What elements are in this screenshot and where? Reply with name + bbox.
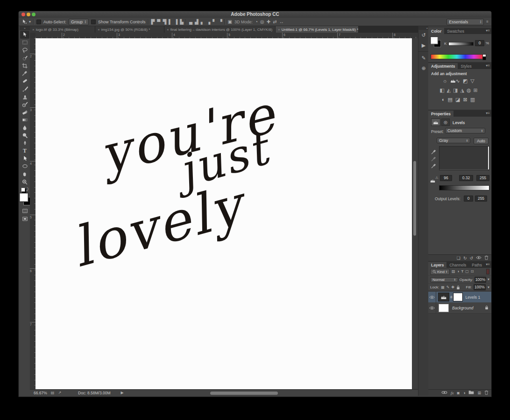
levels-badge-icon[interactable]: [431, 119, 440, 126]
layer-thumbnail[interactable]: [439, 304, 449, 312]
layer-filter-toggle[interactable]: [486, 269, 489, 274]
clip-to-layer-icon[interactable]: ❏: [457, 256, 460, 260]
panel-menu-icon[interactable]: ▾≡: [486, 63, 491, 69]
show-transform-controls-checkbox[interactable]: [91, 20, 96, 24]
3d-pan-icon[interactable]: ✚: [267, 20, 270, 24]
layer-row-background[interactable]: Background: [428, 302, 491, 314]
layer-mask-thumbnail[interactable]: [453, 293, 463, 301]
link-layers-icon[interactable]: [441, 391, 447, 395]
invert-icon[interactable]: ◐: [442, 97, 448, 102]
auto-select-checkbox[interactable]: [36, 20, 41, 24]
spectrum-black-swatch[interactable]: [482, 56, 486, 60]
distribute-horizontal-centers-icon[interactable]: ▘: [212, 20, 216, 24]
tool-dodge[interactable]: [20, 132, 29, 140]
document-tab-active[interactable]: × Untitled-1 @ 66.7% (Levels 1, Layer Ma…: [276, 26, 359, 33]
document-tab[interactable]: × logo.tif @ 33.3% (Bitmap): [30, 26, 95, 33]
clone-source-panel-icon[interactable]: ⊕: [418, 63, 429, 73]
tool-move[interactable]: [20, 31, 29, 39]
layer-name[interactable]: Background: [452, 306, 473, 310]
lock-all-icon[interactable]: [456, 283, 460, 292]
distribute-bottom-edges-icon[interactable]: ▖: [201, 20, 205, 24]
tab-styles[interactable]: Styles: [458, 63, 474, 69]
zoom-level-field[interactable]: 66.67%: [34, 391, 47, 395]
filter-smart-objects-icon[interactable]: ⊡: [471, 270, 474, 273]
foreground-color-swatch[interactable]: [431, 37, 438, 44]
fill-field[interactable]: 100%: [474, 284, 486, 290]
lock-transparency-icon[interactable]: ▦: [441, 286, 445, 289]
tool-horizontal-type[interactable]: T: [20, 147, 29, 155]
fill-caret-icon[interactable]: ▾: [488, 286, 489, 289]
align-vertical-centers-icon[interactable]: ▀: [157, 20, 160, 24]
layer-row-levels-1[interactable]: 8 Levels 1: [428, 292, 491, 303]
layer-mask-badge-icon[interactable]: ◎: [441, 119, 450, 126]
distribute-top-edges-icon[interactable]: ▄: [189, 20, 192, 24]
auto-button[interactable]: Auto: [474, 138, 489, 144]
tool-hand[interactable]: [20, 170, 29, 178]
3d-slide-icon[interactable]: ⇄: [273, 20, 276, 24]
filter-adjustment-layers-icon[interactable]: ◑: [457, 270, 460, 273]
tool-eyedropper[interactable]: [20, 70, 29, 77]
history-panel-icon[interactable]: ↺: [418, 30, 429, 40]
align-horizontal-centers-icon[interactable]: ▐: [174, 20, 177, 24]
status-grid-icon[interactable]: ▤: [51, 391, 55, 395]
exposure-icon[interactable]: ◩: [463, 78, 470, 84]
posterize-icon[interactable]: ▤: [448, 97, 455, 102]
blend-mode-dropdown[interactable]: Normal ▲▼: [430, 277, 458, 282]
close-tab-icon[interactable]: ×: [278, 28, 280, 32]
delete-layer-icon[interactable]: [484, 390, 489, 396]
k-channel-slider[interactable]: [448, 42, 474, 46]
vertical-scrollbar[interactable]: [413, 161, 416, 236]
layer-styles-fx-icon[interactable]: fx: [451, 391, 454, 395]
document-tab[interactable]: × final lettering – davidson interiors @…: [164, 26, 276, 33]
document-canvas[interactable]: you're just lovely: [35, 38, 412, 389]
dock-collapse-icon[interactable]: «: [418, 26, 429, 30]
tab-adjustments[interactable]: Adjustments: [428, 63, 458, 69]
photo-filter-icon[interactable]: ◮: [460, 87, 466, 93]
vibrance-icon[interactable]: ▽: [470, 78, 477, 84]
auto-align-layers-icon[interactable]: ▣: [228, 20, 232, 24]
tool-pen[interactable]: [20, 139, 29, 147]
threshold-icon[interactable]: ◪: [455, 97, 463, 102]
k-value-field[interactable]: 0: [475, 40, 484, 46]
filter-pixel-layers-icon[interactable]: ▨: [452, 270, 455, 273]
color-spectrum-ramp[interactable]: [431, 54, 483, 59]
close-tab-icon[interactable]: ×: [98, 28, 100, 32]
delete-adjustment-icon[interactable]: [484, 255, 489, 261]
align-top-edges-icon[interactable]: ▛: [151, 20, 155, 24]
workspace-dropdown[interactable]: Essentials ▲▼: [446, 19, 484, 25]
3d-scale-icon[interactable]: ↔: [279, 20, 284, 24]
add-layer-mask-icon[interactable]: ◙: [457, 391, 460, 395]
layer-name[interactable]: Levels 1: [465, 295, 480, 300]
highlight-input-field[interactable]: 255: [476, 175, 489, 181]
close-window-button[interactable]: [21, 13, 25, 16]
adjustment-layer-thumbnail[interactable]: [438, 293, 449, 301]
tab-channels[interactable]: Channels: [446, 262, 469, 268]
zoom-window-button[interactable]: [32, 13, 35, 16]
default-colors-icon[interactable]: [21, 188, 25, 192]
tool-path-selection[interactable]: [20, 155, 29, 163]
tool-lasso[interactable]: [20, 46, 29, 54]
tool-preset-caret-icon[interactable]: ▾: [29, 20, 31, 24]
tools-panel-collapse-icon[interactable]: »: [20, 26, 30, 30]
selective-color-icon[interactable]: ▥: [470, 97, 478, 102]
tool-brush[interactable]: [20, 85, 29, 93]
panel-menu-icon[interactable]: ▾≡: [486, 111, 491, 117]
status-share-icon[interactable]: ↗: [58, 391, 61, 395]
reset-adjustment-icon[interactable]: ↺: [469, 256, 473, 260]
lock-position-icon[interactable]: ✚: [451, 286, 454, 289]
panel-menu-icon[interactable]: ▾≡: [486, 262, 491, 268]
tool-clone-stamp[interactable]: [20, 93, 29, 101]
layer-filter-dropdown[interactable]: Kind ▲▼: [430, 269, 450, 275]
output-shadow-field[interactable]: 0: [464, 196, 473, 202]
toggle-visibility-eye-icon[interactable]: [476, 256, 482, 260]
color-lookup-icon[interactable]: ⊞: [474, 87, 480, 93]
tool-history-brush[interactable]: [20, 100, 29, 108]
tool-blur[interactable]: [20, 124, 29, 132]
filter-shape-layers-icon[interactable]: ▢: [465, 270, 469, 273]
preset-dropdown[interactable]: Custom ▲▼: [445, 128, 485, 133]
mask-link-icon[interactable]: 8: [450, 295, 452, 299]
gradient-map-icon[interactable]: ⊠: [463, 97, 470, 102]
shadow-input-field[interactable]: 96: [440, 175, 452, 181]
tab-layers[interactable]: Layers: [428, 262, 446, 268]
new-group-icon[interactable]: [468, 390, 474, 395]
